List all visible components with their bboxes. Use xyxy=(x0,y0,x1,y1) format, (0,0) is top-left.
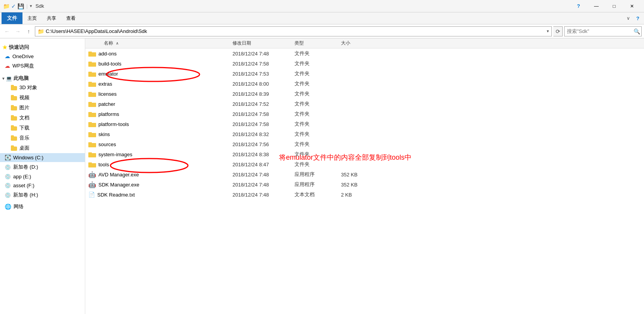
refresh-button[interactable]: ⟳ xyxy=(553,26,563,36)
sidebar-item-c-drive[interactable]: 💽 Windows (C:) xyxy=(0,153,85,162)
desktop-label: 桌面 xyxy=(19,145,29,152)
table-row[interactable]: extras 2018/12/24 8:00 文件夹 xyxy=(85,79,644,89)
sidebar-onedrive[interactable]: ☁ OneDrive xyxy=(0,52,85,61)
pictures-label: 图片 xyxy=(19,104,29,111)
address-bar-dropdown[interactable]: ▾ xyxy=(547,29,549,34)
maximize-button[interactable]: □ xyxy=(605,0,623,12)
file-name-cell: build-tools xyxy=(85,60,232,67)
svg-rect-9 xyxy=(88,92,92,93)
minimize-button[interactable]: — xyxy=(587,0,605,12)
table-row[interactable]: add-ons 2018/12/24 7:48 文件夹 xyxy=(85,48,644,59)
svg-rect-13 xyxy=(88,112,92,114)
tab-file[interactable]: 文件 xyxy=(2,12,22,24)
svg-rect-17 xyxy=(88,132,92,134)
video-folder-icon xyxy=(11,95,17,100)
table-row[interactable]: platforms 2018/12/24 7:58 文件夹 xyxy=(85,109,644,119)
file-type-cell: 文件夹 xyxy=(294,161,341,168)
sidebar-item-3d[interactable]: 3D 对象 xyxy=(0,83,85,93)
table-row[interactable]: platform-tools 2018/12/24 7:58 文件夹 xyxy=(85,119,644,129)
file-name-cell: licenses xyxy=(85,91,232,97)
file-date-cell: 2018/12/24 7:56 xyxy=(232,141,294,147)
onedrive-label: OneDrive xyxy=(12,53,34,59)
sidebar-item-pictures[interactable]: 图片 xyxy=(0,103,85,113)
table-row[interactable]: licenses 2018/12/24 8:39 文件夹 xyxy=(85,89,644,99)
file-name: SDK Manager.exe xyxy=(98,182,139,188)
tab-view[interactable]: 查看 xyxy=(61,12,81,24)
svg-rect-3 xyxy=(88,62,92,63)
file-name: patcher xyxy=(98,101,115,107)
title-bar-separator: | xyxy=(26,3,28,9)
file-type-cell: 文件夹 xyxy=(294,141,341,148)
col-size-header[interactable]: 大小 xyxy=(341,40,387,47)
file-date-cell: 2018/12/24 7:58 xyxy=(232,111,294,117)
downloads-label: 下载 xyxy=(19,124,29,131)
sidebar-item-f-drive[interactable]: 💿 asset (F:) xyxy=(0,181,85,190)
close-button[interactable]: ✕ xyxy=(623,0,641,12)
help-icon[interactable]: ? xyxy=(570,0,587,12)
sidebar: ★ 快速访问 ☁ OneDrive ☁ WPS网盘 ▾ 💻 此电脑 3D 对象 … xyxy=(0,38,85,314)
file-date-cell: 2018/12/24 7:58 xyxy=(232,121,294,127)
table-row[interactable]: skins 2018/12/24 8:32 文件夹 xyxy=(85,129,644,139)
sidebar-item-h-drive[interactable]: 💿 新加卷 (H:) xyxy=(0,190,85,200)
folder-icon xyxy=(88,141,96,147)
search-input[interactable] xyxy=(567,28,632,34)
file-list-header: 名称 ∧ 修改日期 类型 大小 xyxy=(85,38,644,48)
col-date-header[interactable]: 修改日期 xyxy=(232,40,294,47)
sidebar-item-music[interactable]: 音乐 xyxy=(0,133,85,143)
d-drive-icon: 💿 xyxy=(5,164,11,170)
pc-label: 此电脑 xyxy=(14,75,29,82)
sidebar-item-video[interactable]: 视频 xyxy=(0,93,85,103)
file-name: licenses xyxy=(98,91,117,97)
table-row[interactable]: system-images 2018/12/24 8:38 文件夹 xyxy=(85,149,644,159)
sidebar-item-downloads[interactable]: 下载 xyxy=(0,123,85,133)
back-button[interactable]: ← xyxy=(2,27,12,36)
txt-file-icon: 📄 xyxy=(88,192,95,198)
sidebar-wps[interactable]: ☁ WPS网盘 xyxy=(0,61,85,71)
col-name-header[interactable]: 名称 ∧ xyxy=(85,40,232,47)
search-icon[interactable]: 🔍 xyxy=(634,28,640,35)
file-name-cell: add-ons xyxy=(85,50,232,57)
sidebar-item-e-drive[interactable]: 💿 app (E:) xyxy=(0,172,85,181)
ribbon-help-btn[interactable]: ? xyxy=(633,14,642,23)
svg-rect-1 xyxy=(88,52,92,53)
sidebar-item-network[interactable]: 🌐 网络 xyxy=(0,202,85,212)
sidebar-quick-access[interactable]: ★ 快速访问 xyxy=(0,41,85,52)
file-name-cell: patcher xyxy=(85,101,232,107)
table-row[interactable]: sources 2018/12/24 7:56 文件夹 xyxy=(85,139,644,149)
table-row[interactable]: 🤖 SDK Manager.exe 2018/12/24 7:48 应用程序 3… xyxy=(85,179,644,190)
sidebar-item-desktop[interactable]: 桌面 xyxy=(0,143,85,153)
file-name-cell: system-images xyxy=(85,151,232,157)
sidebar-item-d-drive[interactable]: 💿 新加卷 (D:) xyxy=(0,162,85,172)
forward-button[interactable]: → xyxy=(13,27,22,36)
title-bar-check-icon: ✓ xyxy=(11,3,16,9)
title-bar-dropdown-arrow[interactable]: ▾ xyxy=(30,3,32,9)
file-name: platforms xyxy=(98,111,119,117)
e-drive-icon: 💿 xyxy=(5,174,11,179)
table-row[interactable]: emulator 2018/12/24 7:53 文件夹 xyxy=(85,69,644,79)
col-type-header[interactable]: 类型 xyxy=(294,40,341,47)
file-date-cell: 2018/12/24 7:58 xyxy=(232,61,294,67)
sort-arrow: ∧ xyxy=(116,41,119,45)
video-label: 视频 xyxy=(19,94,29,101)
tab-home[interactable]: 主页 xyxy=(22,12,42,24)
file-name: extras xyxy=(98,81,112,87)
table-row[interactable]: patcher 2018/12/24 7:52 文件夹 xyxy=(85,99,644,109)
file-type-cell: 文件夹 xyxy=(294,60,341,67)
title-bar-icons: 📁 ✓ 💾 | ▾ xyxy=(3,3,32,9)
table-row[interactable]: 🤖 AVD Manager.exe 2018/12/24 7:48 应用程序 3… xyxy=(85,169,644,179)
address-input[interactable] xyxy=(46,28,545,34)
table-row[interactable]: tools 2018/12/24 8:47 文件夹 xyxy=(85,159,644,169)
table-row[interactable]: build-tools 2018/12/24 7:58 文件夹 xyxy=(85,59,644,69)
sidebar-this-pc[interactable]: ▾ 💻 此电脑 xyxy=(0,72,85,83)
tab-share[interactable]: 共享 xyxy=(42,12,61,24)
up-button[interactable]: ↑ xyxy=(24,27,33,36)
svg-rect-15 xyxy=(88,122,92,124)
sidebar-item-docs[interactable]: 文档 xyxy=(0,113,85,123)
table-row[interactable]: 📄 SDK Readme.txt 2018/12/24 7:48 文本文档 2 … xyxy=(85,190,644,200)
file-size-cell: 352 KB xyxy=(341,172,387,178)
folder-icon xyxy=(88,121,96,127)
file-type-cell: 文本文档 xyxy=(294,191,341,198)
file-name-cell: emulator xyxy=(85,71,232,77)
ribbon-collapse-btn[interactable]: ∨ xyxy=(623,14,633,22)
folder-icon xyxy=(88,60,96,67)
